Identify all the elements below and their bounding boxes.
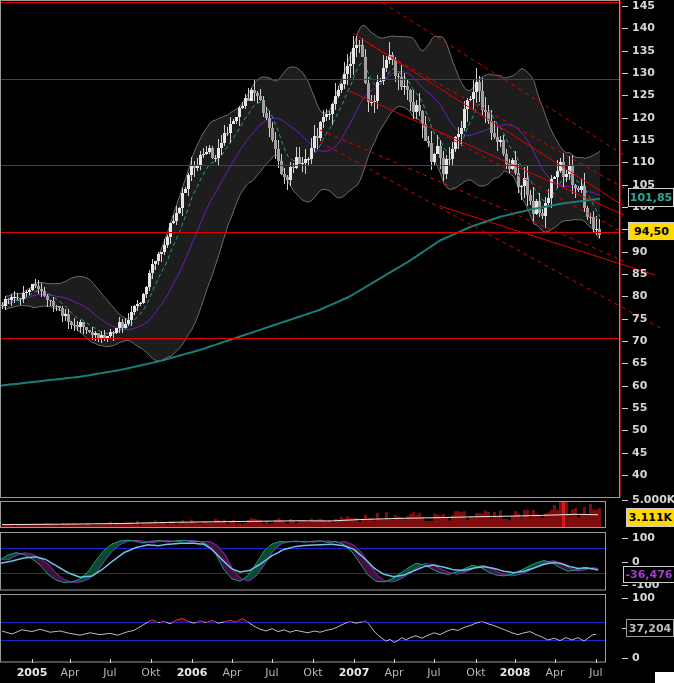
price-axis-label: 135	[632, 44, 655, 57]
time-axis-label: Jul	[589, 666, 602, 679]
price-axis-label: 50	[632, 423, 647, 436]
price-axis-label: 90	[632, 245, 647, 258]
price-axis-label: 145	[632, 0, 655, 12]
price-axis-label: 45	[632, 446, 647, 459]
time-axis-label: Apr	[222, 666, 241, 679]
chart-window: 1451401351301251201151101051009590858075…	[0, 0, 674, 683]
price-axis-label: 60	[632, 379, 647, 392]
price-axis-label: 65	[632, 356, 647, 369]
price-axis-label: 110	[632, 155, 655, 168]
oscillator-value-badge: -36,476	[623, 566, 674, 583]
time-axis-label: Apr	[545, 666, 564, 679]
time-axis-label: 2007	[339, 666, 370, 679]
time-axis-label: Apr	[384, 666, 403, 679]
time-axis-label: Jul	[427, 666, 440, 679]
time-axis-label: Okt	[466, 666, 485, 679]
panel-axis-label: 5.000K	[632, 493, 674, 506]
volume-value-badge: 3.111K	[626, 508, 674, 527]
price-axis-label: 125	[632, 88, 655, 101]
price-axis-label: 140	[632, 21, 655, 34]
panel-axis-label: 100	[632, 591, 655, 604]
time-axis-label: 2006	[177, 666, 208, 679]
rsi-value-badge: 37,204	[626, 619, 674, 637]
time-axis-label: Okt	[303, 666, 322, 679]
price-axis-label: 130	[632, 66, 655, 79]
price-axis-label: 80	[632, 289, 647, 302]
panel-axis-label: 0	[632, 651, 640, 664]
time-axis-label: Okt	[141, 666, 160, 679]
price-axis-label: 85	[632, 267, 647, 280]
price-axis-label: 40	[632, 468, 647, 481]
price-axis-label: 75	[632, 312, 647, 325]
time-axis-label: 2005	[17, 666, 48, 679]
price-axis-label: 120	[632, 111, 655, 124]
time-axis-label: Jul	[265, 666, 278, 679]
time-axis-label: Apr	[60, 666, 79, 679]
time-axis-label: 2008	[500, 666, 531, 679]
chart-canvas[interactable]	[0, 0, 674, 683]
time-axis-label: Jul	[103, 666, 116, 679]
resize-grip[interactable]	[655, 672, 674, 683]
price-axis-label: 70	[632, 334, 647, 347]
price-axis-label: 115	[632, 133, 655, 146]
ma-value-badge: 101,85	[628, 188, 674, 207]
panel-axis-label: 100	[632, 531, 655, 544]
last-price-badge: 94,50	[628, 222, 674, 240]
price-axis-label: 55	[632, 401, 647, 414]
